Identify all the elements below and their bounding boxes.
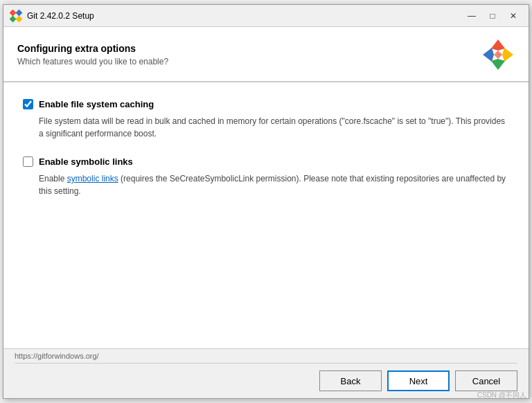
page-subtitle: Which features would you like to enable?	[17, 57, 168, 66]
fs-caching-label[interactable]: Enable file system caching	[39, 99, 154, 109]
svg-marker-5	[483, 48, 494, 62]
minimize-button[interactable]: —	[462, 9, 481, 23]
page-title: Configuring extra options	[17, 43, 168, 54]
fs-caching-checkbox[interactable]	[23, 99, 33, 109]
symbolic-links-label[interactable]: Enable symbolic links	[39, 156, 133, 167]
symbolic-links-checkbox[interactable]	[23, 156, 33, 167]
watermark: CSDN @不同人	[477, 391, 526, 400]
window-controls: — □ ✕	[462, 9, 523, 23]
footer-buttons: Back Next Cancel	[15, 364, 517, 398]
svg-rect-2	[10, 15, 17, 22]
option-symbolic-links: Enable symbolic links Enable symbolic li…	[23, 156, 509, 197]
svg-marker-4	[491, 39, 505, 51]
header-section: Configuring extra options Which features…	[3, 27, 529, 82]
footer-url: https://gitforwindows.org/	[15, 349, 517, 364]
setup-window: Git 2.42.0.2 Setup — □ ✕ Configuring ext…	[3, 4, 529, 399]
title-bar: Git 2.42.0.2 Setup — □ ✕	[3, 5, 529, 27]
header-text: Configuring extra options Which features…	[17, 43, 168, 66]
fs-caching-description: File system data will be read in bulk an…	[39, 115, 509, 140]
next-button[interactable]: Next	[387, 370, 450, 391]
maximize-button[interactable]: □	[483, 9, 502, 23]
content-area: Enable file system caching File system d…	[3, 82, 529, 348]
window-title: Git 2.42.0.2 Setup	[27, 11, 462, 21]
footer: https://gitforwindows.org/ Back Next Can…	[3, 348, 529, 398]
svg-rect-0	[10, 9, 17, 16]
back-button[interactable]: Back	[319, 370, 382, 391]
close-button[interactable]: ✕	[504, 9, 523, 23]
description-before: Enable	[39, 174, 67, 183]
symbolic-links-link[interactable]: symbolic links	[67, 174, 118, 183]
svg-marker-6	[502, 48, 513, 62]
svg-rect-3	[16, 15, 23, 22]
symbolic-links-description: Enable symbolic links (requires the SeCr…	[39, 172, 509, 197]
symbolic-links-row: Enable symbolic links	[23, 156, 509, 167]
svg-marker-7	[491, 59, 505, 70]
svg-rect-1	[16, 9, 23, 16]
app-icon	[9, 9, 23, 23]
git-logo	[481, 38, 515, 71]
fs-caching-row: Enable file system caching	[23, 99, 509, 109]
svg-marker-8	[494, 51, 502, 59]
option-fs-caching: Enable file system caching File system d…	[23, 99, 509, 140]
cancel-button[interactable]: Cancel	[455, 370, 517, 391]
